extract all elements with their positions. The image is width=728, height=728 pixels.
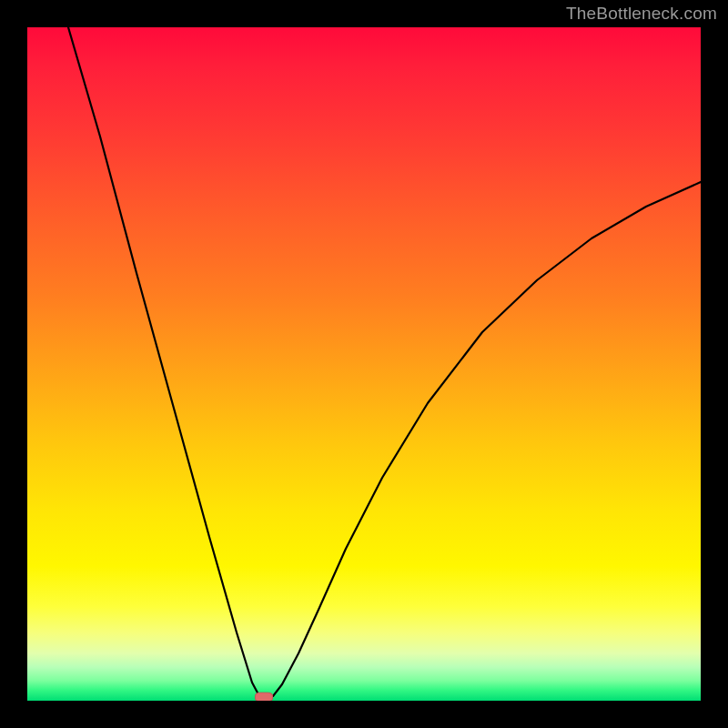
watermark-text: TheBottleneck.com bbox=[566, 4, 717, 24]
bottleneck-curve bbox=[27, 27, 701, 701]
plot-area bbox=[27, 27, 701, 701]
chart-frame: TheBottleneck.com bbox=[0, 0, 728, 728]
